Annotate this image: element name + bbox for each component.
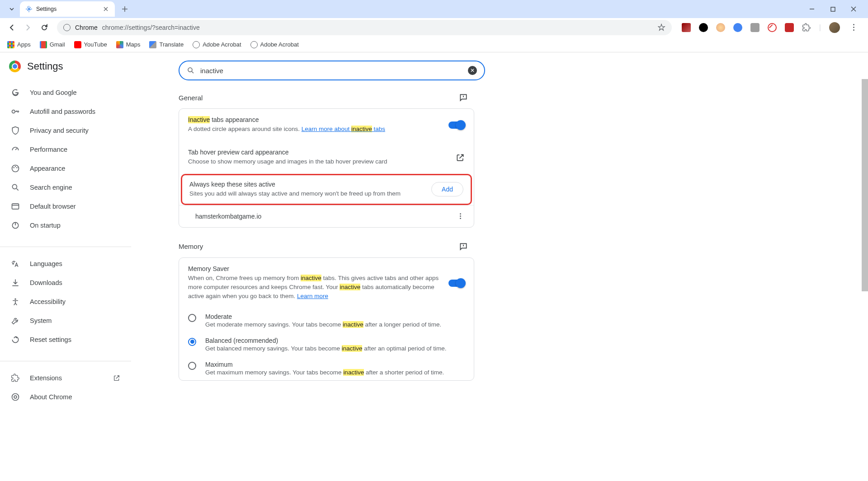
settings-main: ✕ General Inactive tabs appearance A dot… <box>131 52 868 481</box>
memory-option-maximum[interactable]: MaximumGet maximum memory savings. Your … <box>179 356 474 380</box>
settings-search-input[interactable] <box>200 67 462 75</box>
memory-saver-toggle[interactable] <box>448 280 465 287</box>
browser-tab[interactable]: Settings <box>20 1 115 17</box>
extensions-button[interactable] <box>802 23 811 32</box>
reload-button[interactable] <box>37 20 52 35</box>
new-tab-button[interactable] <box>118 3 131 15</box>
sidebar-item-about[interactable]: About Chrome <box>0 388 131 406</box>
memory-option-moderate[interactable]: ModerateGet moderate memory savings. You… <box>179 308 474 332</box>
site-more-button[interactable] <box>456 212 465 221</box>
close-tab-button[interactable] <box>102 5 109 13</box>
clear-search-button[interactable]: ✕ <box>468 66 477 75</box>
extension-icon-6[interactable] <box>768 23 777 32</box>
inactive-tabs-toggle[interactable] <box>448 121 465 129</box>
radio-icon <box>188 362 196 370</box>
sidebar-item-performance[interactable]: Performance <box>0 140 131 159</box>
google-g-icon <box>11 88 20 97</box>
radio-icon <box>188 314 196 322</box>
add-site-button[interactable]: Add <box>431 182 463 196</box>
always-keep-active-row: Always keep these sites active Sites you… <box>182 175 471 204</box>
sidebar-item-languages[interactable]: Languages <box>0 254 131 273</box>
svg-point-0 <box>28 8 30 10</box>
tab-title: Settings <box>36 6 99 12</box>
external-link-icon <box>113 374 120 382</box>
chrome-logo-icon <box>9 61 21 72</box>
maps-icon <box>116 41 123 48</box>
learn-more-inactive-tabs-link[interactable]: Learn more about inactive tabs <box>302 126 385 132</box>
sidebar-item-privacy[interactable]: Privacy and security <box>0 121 131 140</box>
omnibox-prefix: Chrome <box>75 24 98 31</box>
feedback-icon[interactable] <box>459 93 468 102</box>
svg-point-11 <box>12 394 19 401</box>
sidebar-item-extensions[interactable]: Extensions <box>0 369 131 388</box>
search-icon <box>187 66 195 75</box>
palette-icon <box>11 164 20 173</box>
annotation-highlight: Always keep these sites active Sites you… <box>181 174 472 205</box>
extension-icon-7[interactable] <box>785 23 794 32</box>
titlebar: Settings <box>0 0 868 18</box>
globe-icon <box>250 41 258 48</box>
extension-icon-4[interactable] <box>733 23 742 32</box>
sidebar-item-you-and-google[interactable]: You and Google <box>0 83 131 102</box>
extension-icon-1[interactable] <box>682 23 691 32</box>
sidebar-item-autofill[interactable]: Autofill and passwords <box>0 102 131 121</box>
svg-point-7 <box>12 184 17 189</box>
svg-point-4 <box>13 167 14 168</box>
svg-point-13 <box>188 68 192 72</box>
translate-icon <box>149 41 156 48</box>
bookmark-maps[interactable]: Maps <box>116 41 141 48</box>
sidebar-item-search-engine[interactable]: Search engine <box>0 178 131 197</box>
accessibility-icon <box>11 297 20 306</box>
tab-hover-preview-row[interactable]: Tab hover preview card appearance Choose… <box>179 141 474 173</box>
sidebar-item-accessibility[interactable]: Accessibility <box>0 292 131 311</box>
active-site-row: hamsterkombatgame.io <box>179 205 474 227</box>
chrome-icon <box>11 392 20 402</box>
gear-icon <box>25 5 33 13</box>
scrollbar[interactable] <box>862 79 868 291</box>
sidebar-item-downloads[interactable]: Downloads <box>0 273 131 292</box>
bookmark-star-icon[interactable] <box>657 23 665 32</box>
maximize-button[interactable] <box>826 3 839 15</box>
bookmarks-bar: Apps Gmail YouTube Maps Translate Adobe … <box>0 37 868 52</box>
section-title-general: General <box>179 94 203 102</box>
extension-icon-2[interactable] <box>699 23 708 32</box>
sidebar-item-reset[interactable]: Reset settings <box>0 330 131 349</box>
back-button[interactable] <box>5 20 19 35</box>
svg-rect-8 <box>12 204 19 209</box>
site-name: hamsterkombatgame.io <box>195 213 456 220</box>
bookmark-adobe-1[interactable]: Adobe Acrobat <box>193 41 241 48</box>
bookmark-gmail[interactable]: Gmail <box>40 41 65 48</box>
address-bar[interactable]: Chrome chrome://settings/?search=inactiv… <box>57 20 672 35</box>
svg-point-10 <box>14 299 16 300</box>
speedometer-icon <box>11 145 20 154</box>
sidebar-title: Settings <box>27 61 63 72</box>
browser-icon <box>11 202 20 211</box>
shield-icon <box>11 126 20 135</box>
sidebar-item-appearance[interactable]: Appearance <box>0 159 131 178</box>
feedback-icon[interactable] <box>459 242 468 251</box>
bookmark-youtube[interactable]: YouTube <box>74 41 107 48</box>
external-link-icon <box>456 153 465 162</box>
site-info-icon <box>63 24 71 31</box>
sidebar-item-system[interactable]: System <box>0 311 131 330</box>
bookmark-translate[interactable]: Translate <box>149 41 184 48</box>
extension-icon-5[interactable] <box>750 23 760 32</box>
minimize-button[interactable] <box>806 3 818 15</box>
svg-point-5 <box>15 166 16 168</box>
general-card: Inactive tabs appearance A dotted circle… <box>179 108 474 228</box>
settings-search-box[interactable]: ✕ <box>179 61 485 80</box>
chrome-menu-button[interactable] <box>848 22 859 33</box>
profile-avatar[interactable] <box>829 22 840 33</box>
bookmark-apps[interactable]: Apps <box>7 41 31 48</box>
bookmark-adobe-2[interactable]: Adobe Acrobat <box>250 41 299 48</box>
memory-option-balanced[interactable]: Balanced (recommended)Get balanced memor… <box>179 332 474 356</box>
close-window-button[interactable] <box>847 3 860 15</box>
extension-icon-3[interactable] <box>716 23 725 32</box>
sidebar-item-default-browser[interactable]: Default browser <box>0 197 131 216</box>
forward-button[interactable] <box>21 20 35 35</box>
tab-search-button[interactable] <box>6 4 17 14</box>
wrench-icon <box>11 316 20 325</box>
learn-more-memory-link[interactable]: Learn more <box>297 293 328 299</box>
svg-point-12 <box>14 396 17 398</box>
sidebar-item-startup[interactable]: On startup <box>0 216 131 235</box>
